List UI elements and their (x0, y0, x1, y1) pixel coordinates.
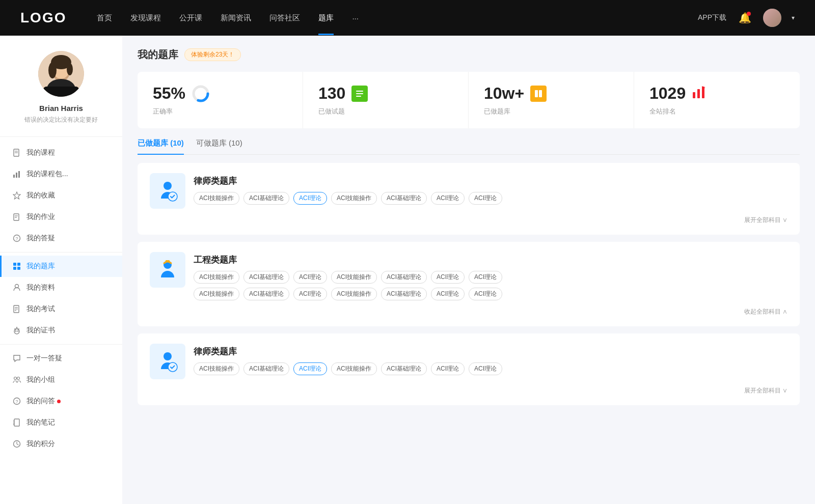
nav-open-course[interactable]: 公开课 (179, 13, 202, 23)
sidebar-item-my-courses[interactable]: 我的课程 (0, 142, 122, 163)
group-icon (12, 375, 21, 384)
avatar-image (38, 51, 84, 97)
medal-icon (12, 326, 21, 335)
tag-2-8[interactable]: ACI技能操作 (194, 288, 239, 300)
sidebar-label-certificate: 我的证书 (26, 326, 55, 335)
tag-3-6[interactable]: ACI理论 (431, 362, 465, 375)
tag-2-7[interactable]: ACI理论 (469, 271, 502, 284)
sidebar-item-qa[interactable]: ? 我的答疑 (0, 228, 122, 249)
tag-2-5[interactable]: ACI基础理论 (381, 271, 427, 284)
sidebar-item-exam[interactable]: 我的考试 (0, 298, 122, 320)
sidebar-menu: 我的课程 我的课程包... 我的收藏 我的作业 (0, 137, 122, 460)
bank-info-3: 律师类题库 ACI技能操作 ACI基础理论 ACI理论 ACI技能操作 ACI基… (194, 344, 787, 375)
sidebar-item-homework[interactable]: 我的作业 (0, 206, 122, 228)
sidebar-label-qa: 我的答疑 (26, 234, 55, 243)
sidebar-item-course-pack[interactable]: 我的课程包... (0, 163, 122, 185)
tag-3-5[interactable]: ACI基础理论 (381, 362, 427, 375)
sidebar-item-1on1[interactable]: 一对一答疑 (0, 348, 122, 369)
grid-icon (12, 262, 21, 271)
sidebar-label-course-pack: 我的课程包... (26, 170, 68, 179)
tag-2-4[interactable]: ACI技能操作 (331, 271, 377, 284)
notification-bell[interactable]: 🔔 (737, 10, 753, 26)
bank-icon-lawyer-1 (150, 173, 185, 209)
expand-link-3[interactable]: 展开全部科目 ∨ (150, 386, 787, 395)
sidebar-item-my-qa[interactable]: ? 我的问答 (0, 390, 122, 412)
tag-2-11[interactable]: ACI技能操作 (331, 288, 377, 300)
stat-top-ranking: 1029 (649, 84, 784, 103)
tag-2-10[interactable]: ACI理论 (293, 288, 327, 300)
tag-3-2[interactable]: ACI基础理论 (243, 362, 289, 375)
tag-2-1[interactable]: ACI技能操作 (194, 271, 239, 284)
tag-2-12[interactable]: ACI基础理论 (381, 288, 427, 300)
sidebar-item-certificate[interactable]: 我的证书 (0, 320, 122, 341)
nav-menu: 首页 发现课程 公开课 新闻资讯 问答社区 题库 ··· (97, 13, 698, 23)
nav-more[interactable]: ··· (352, 14, 359, 22)
bank-icon-engineer (150, 252, 185, 288)
trial-badge: 体验剩余23天！ (184, 48, 241, 61)
question-circle-icon: ? (12, 397, 21, 406)
person-icon (12, 283, 21, 292)
sidebar-label-my-courses: 我的课程 (26, 148, 55, 157)
tag-1-6[interactable]: ACI理论 (431, 192, 465, 205)
sidebar-label-notes: 我的笔记 (26, 418, 55, 427)
bank-card-1: 律师类题库 ACI技能操作 ACI基础理论 ACI理论 ACI技能操作 ACI基… (138, 163, 800, 235)
avatar[interactable] (763, 9, 781, 27)
tag-3-7[interactable]: ACI理论 (469, 362, 502, 375)
bank-header-3: 律师类题库 ACI技能操作 ACI基础理论 ACI理论 ACI技能操作 ACI基… (150, 344, 787, 379)
main-content: 我的题库 体验剩余23天！ 55% 正确率 1 (122, 36, 815, 504)
chat-icon (12, 354, 21, 363)
tag-1-4[interactable]: ACI技能操作 (331, 192, 377, 205)
chevron-down-icon[interactable]: ▾ (792, 14, 795, 21)
tag-1-5[interactable]: ACI基础理论 (381, 192, 427, 205)
tag-3-4[interactable]: ACI技能操作 (331, 362, 377, 375)
logo: LOGO (20, 10, 66, 26)
tag-1-7[interactable]: ACI理论 (469, 192, 502, 205)
nav-qa[interactable]: 问答社区 (269, 13, 300, 23)
bank-header-2: 工程类题库 ACI技能操作 ACI基础理论 ACI理论 ACI技能操作 ACI基… (150, 252, 787, 300)
sidebar-label-group: 我的小组 (26, 375, 55, 384)
app-download-button[interactable]: APP下载 (698, 13, 726, 22)
tab-available-banks[interactable]: 可做题库 (10) (196, 138, 242, 154)
svg-point-55 (164, 352, 172, 360)
page-header: 我的题库 体验剩余23天！ (138, 48, 800, 62)
menu-divider-1 (0, 252, 122, 253)
profile-section: Brian Harris 错误的决定比没有决定要好 (0, 51, 122, 137)
bank-card-3: 律师类题库 ACI技能操作 ACI基础理论 ACI理论 ACI技能操作 ACI基… (138, 333, 800, 405)
sidebar-item-profile[interactable]: 我的资料 (0, 277, 122, 298)
tag-1-2[interactable]: ACI基础理论 (243, 192, 289, 205)
tag-1-3[interactable]: ACI理论 (293, 192, 327, 205)
stat-label-ranking: 全站排名 (649, 107, 784, 116)
bank-header-1: 律师类题库 ACI技能操作 ACI基础理论 ACI理论 ACI技能操作 ACI基… (150, 173, 787, 209)
tag-2-6[interactable]: ACI理论 (431, 271, 465, 284)
sidebar-item-group[interactable]: 我的小组 (0, 369, 122, 390)
tag-2-13[interactable]: ACI理论 (431, 288, 465, 300)
menu-divider-2 (0, 344, 122, 345)
sidebar-item-notes[interactable]: 我的笔记 (0, 412, 122, 433)
stat-top-done: 130 (318, 84, 453, 103)
tag-2-14[interactable]: ACI理论 (469, 288, 502, 300)
sidebar-item-points[interactable]: 我的积分 (0, 433, 122, 455)
svg-rect-20 (13, 263, 16, 266)
pie-svg (192, 85, 209, 102)
tag-3-1[interactable]: ACI技能操作 (194, 362, 239, 375)
nav-quiz[interactable]: 题库 (318, 13, 334, 23)
collapse-link-2[interactable]: 收起全部科目 ∧ (150, 307, 787, 316)
tag-2-9[interactable]: ACI基础理论 (243, 288, 289, 300)
book-icon (530, 86, 547, 102)
navbar: LOGO 首页 发现课程 公开课 新闻资讯 问答社区 题库 ··· APP下载 … (0, 0, 815, 36)
tag-3-3[interactable]: ACI理论 (293, 362, 327, 375)
sidebar-item-my-bank[interactable]: 我的题库 (0, 256, 122, 277)
star-icon (12, 191, 21, 200)
tag-2-3[interactable]: ACI理论 (293, 271, 327, 284)
expand-link-1[interactable]: 展开全部科目 ∨ (150, 216, 787, 225)
tag-1-1[interactable]: ACI技能操作 (194, 192, 239, 205)
sidebar-item-favorites[interactable]: 我的收藏 (0, 185, 122, 206)
svg-rect-12 (16, 173, 17, 178)
svg-point-5 (48, 62, 57, 78)
nav-discover[interactable]: 发现课程 (130, 13, 161, 23)
tag-2-2[interactable]: ACI基础理论 (243, 271, 289, 284)
nav-news[interactable]: 新闻资讯 (221, 13, 251, 23)
nav-home[interactable]: 首页 (97, 13, 112, 23)
engineer-icon-svg (156, 258, 179, 282)
tab-done-banks[interactable]: 已做题库 (10) (138, 138, 184, 154)
